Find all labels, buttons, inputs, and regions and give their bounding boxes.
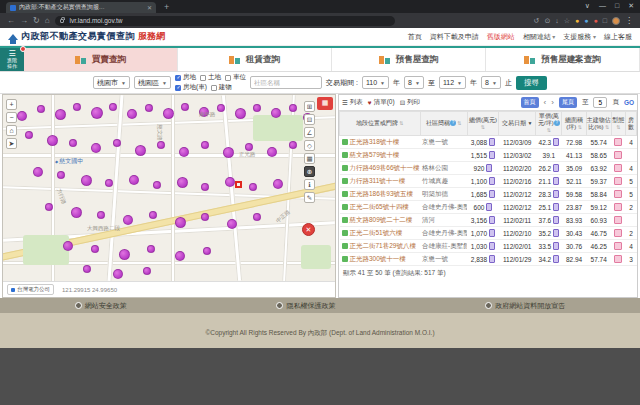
table-row[interactable]: 正光路300號十一樓京懋一號2,838112/01/2934.282.9457.…: [340, 253, 637, 266]
side-panel-icon[interactable]: □: [603, 15, 607, 27]
footer-link-2[interactable]: 政府網站資料開放宣告: [485, 301, 565, 311]
month-from-select[interactable]: 8▼: [404, 76, 424, 89]
cluster-marker[interactable]: [119, 249, 130, 260]
column-header[interactable]: 主建物佔比(%) ⇅: [586, 112, 611, 136]
cluster-marker[interactable]: [145, 104, 153, 112]
maximize-icon[interactable]: □: [615, 1, 619, 11]
reload-icon[interactable]: ↻: [33, 14, 40, 27]
cluster-marker[interactable]: [71, 207, 82, 218]
year-to-select[interactable]: 112▼: [439, 76, 466, 89]
map-home-button[interactable]: ⌂: [6, 125, 17, 136]
column-header[interactable]: 社區簡稱? ⇅: [420, 112, 467, 136]
address-link[interactable]: 力行路311號十一樓: [350, 177, 406, 184]
cluster-marker[interactable]: [273, 179, 283, 189]
print-icon[interactable]: ⊟: [304, 114, 315, 125]
cluster-marker[interactable]: [135, 145, 146, 156]
cluster-marker[interactable]: [63, 241, 73, 251]
cluster-marker[interactable]: [17, 111, 27, 121]
cluster-marker[interactable]: [253, 104, 261, 112]
cluster-marker[interactable]: [25, 131, 33, 139]
minimize-icon[interactable]: —: [599, 1, 606, 11]
draw-icon[interactable]: ✎: [304, 192, 315, 203]
favorites-button[interactable]: ♥ 清單(0): [368, 98, 395, 107]
cluster-marker[interactable]: [57, 171, 65, 179]
cluster-marker[interactable]: [175, 251, 185, 261]
selected-marker[interactable]: [235, 181, 242, 188]
year-from-select[interactable]: 110▼: [362, 76, 389, 89]
cluster-marker[interactable]: [201, 141, 209, 149]
search-button[interactable]: 搜尋: [516, 76, 547, 90]
map-canvas[interactable]: +−⌂➤ ⊞⊟∠◇▦⊕ℹ✎ ✕ ▦ 慈文路力行路正光路大興西路二段中正路南平路慈…: [3, 95, 335, 281]
cluster-marker[interactable]: [217, 104, 225, 112]
address-link[interactable]: 正光路318號十樓: [350, 138, 400, 145]
cluster-marker[interactable]: [113, 139, 121, 147]
cluster-marker[interactable]: [129, 175, 139, 185]
header-nav-link-2[interactable]: 舊版網站: [487, 32, 515, 42]
bookmark-star-icon[interactable]: ☆: [564, 15, 570, 27]
cluster-marker[interactable]: [33, 167, 43, 177]
cluster-marker[interactable]: [249, 183, 257, 191]
cluster-marker[interactable]: [91, 245, 99, 253]
cluster-marker[interactable]: [245, 143, 253, 151]
column-header[interactable]: 總價(萬元) ⇅: [467, 112, 498, 136]
search-icon[interactable]: ⊙: [544, 15, 550, 27]
tab-預售屋建案查詢[interactable]: 預售屋建案查詢: [486, 48, 640, 71]
advanced-menu-button[interactable]: ☰ 進階操作: [0, 48, 24, 71]
forward-icon[interactable]: →: [20, 14, 28, 27]
address-link[interactable]: 正光二街51號六樓: [350, 229, 403, 236]
cluster-marker[interactable]: [163, 108, 174, 119]
cluster-marker[interactable]: [105, 179, 113, 187]
footer-link-0[interactable]: 網站安全政策: [75, 301, 127, 311]
cluster-marker[interactable]: [91, 143, 101, 153]
layers-icon[interactable]: ▦: [304, 153, 315, 164]
address-cell[interactable]: 正光二街71巷29號八樓: [340, 240, 421, 253]
checkbox-土地[interactable]: 土地: [200, 73, 221, 82]
address-link[interactable]: 正光二街65號十四樓: [350, 203, 409, 210]
table-row[interactable]: 慈文路579號十樓1,515112/03/0239.141.1358.65: [340, 149, 637, 162]
address-cell[interactable]: 正光路300號十一樓: [340, 253, 421, 266]
column-header[interactable]: 總面積(坪) ⇅: [562, 112, 586, 136]
go-button[interactable]: GO: [624, 99, 634, 106]
cluster-marker[interactable]: [289, 104, 297, 112]
measure-icon[interactable]: ∠: [304, 127, 315, 138]
profile-avatar[interactable]: [612, 17, 620, 25]
cluster-marker[interactable]: [47, 135, 58, 146]
page-number-input[interactable]: [593, 97, 607, 108]
column-header[interactable]: 地段位置或門牌 ⇅: [340, 112, 421, 136]
list-view-button[interactable]: ☰ 列表: [342, 98, 363, 107]
cluster-marker[interactable]: [253, 213, 261, 221]
tab-close-icon[interactable]: ✕: [147, 4, 152, 11]
cluster-marker[interactable]: [149, 211, 157, 219]
home-icon[interactable]: ⌂: [45, 14, 50, 27]
cluster-marker[interactable]: [55, 109, 66, 120]
history-icon[interactable]: ↺: [534, 15, 540, 27]
column-header[interactable]: 交易日期 ▼: [499, 112, 536, 136]
address-cell[interactable]: 正光路318號十樓: [340, 136, 421, 149]
checkbox-車位[interactable]: 車位: [225, 73, 246, 82]
table-row[interactable]: 正光路186巷93號五樓明築加德1,685112/02/1228.359.585…: [340, 188, 637, 201]
extension-icon-blue[interactable]: ●: [584, 15, 588, 27]
month-to-select[interactable]: 8▼: [481, 76, 501, 89]
address-link[interactable]: 正光二街71巷29號八樓: [350, 242, 416, 249]
cluster-marker[interactable]: [83, 265, 91, 273]
cluster-marker[interactable]: [267, 147, 277, 157]
zoom-out-button[interactable]: −: [6, 112, 17, 123]
cluster-marker[interactable]: [177, 177, 188, 188]
cluster-marker[interactable]: [223, 147, 234, 158]
cluster-marker[interactable]: [175, 217, 186, 228]
address-cell[interactable]: 慈文路809號二十二樓: [340, 214, 421, 227]
address-cell[interactable]: 正光路186巷93號五樓: [340, 188, 421, 201]
cluster-marker[interactable]: [97, 211, 105, 219]
table-row[interactable]: 正光二街51號六樓合雄史丹佛-奧墅館1,070112/02/1035.230.4…: [340, 227, 637, 240]
cluster-marker[interactable]: [289, 141, 297, 149]
community-input[interactable]: [250, 76, 322, 89]
fullscreen-icon[interactable]: ⊞: [304, 101, 315, 112]
tab-租賃查詢[interactable]: 租賃查詢: [178, 48, 332, 71]
browser-menu-icon[interactable]: ⋮: [625, 16, 633, 25]
cluster-marker[interactable]: [69, 139, 77, 147]
tab-買賣查詢[interactable]: 買賣查詢: [24, 48, 178, 71]
pan-button[interactable]: ➤: [6, 138, 17, 149]
header-nav-link-4[interactable]: 支援服務: [563, 32, 596, 42]
cluster-marker[interactable]: [181, 103, 189, 111]
cluster-marker[interactable]: [91, 107, 103, 119]
